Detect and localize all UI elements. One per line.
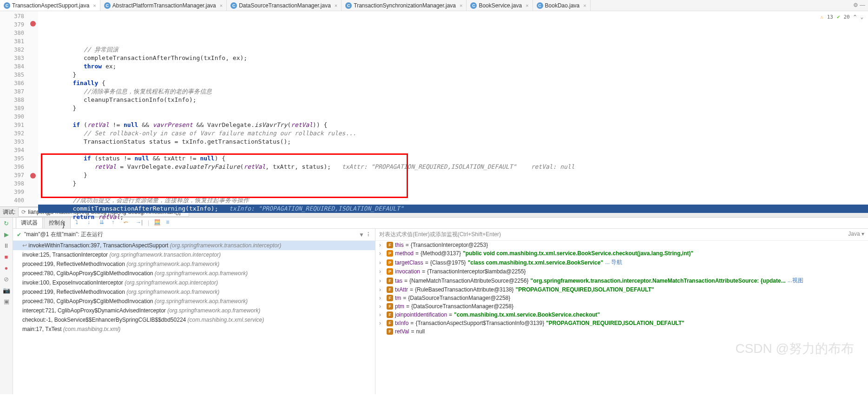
variable-name: this (395, 242, 404, 248)
stack-frame[interactable]: proceed:780, CglibAopProxy$CglibMethodIn… (13, 297, 375, 306)
code-line[interactable]: // Set rollback-only in case of Vavr fai… (38, 129, 868, 138)
debug-label: 调试: (3, 208, 15, 216)
pause-icon[interactable]: ⏸ (3, 242, 10, 249)
variable-row[interactable]: ›P invocation = {TransactionInterceptor$… (375, 267, 868, 276)
tab-label: TransactionSynchronizationManager.java (354, 2, 456, 9)
variable-name: tas (395, 278, 402, 284)
variable-row[interactable]: ›P method = {Method@3137} "public void c… (375, 249, 868, 258)
code-line[interactable] (38, 230, 868, 238)
tab-label: AbstractPlatformTransactionManager.java (112, 2, 216, 9)
code-line[interactable]: completeTransactionAfterThrowing(txInfo,… (38, 54, 868, 62)
chevron-right-icon[interactable]: › (379, 320, 385, 326)
code-line[interactable]: cleanupTransactionInfo(txInfo); (38, 96, 868, 104)
gear-icon[interactable]: ⚙ — (853, 2, 865, 8)
code-line[interactable]: TransactionStatus status = txInfo.getTra… (38, 138, 868, 146)
variable-row[interactable]: ›F txAttr = {RuleBasedTransactionAttribu… (375, 285, 868, 294)
mute-breakpoints-icon[interactable]: ⊘ (3, 275, 10, 283)
code-line[interactable]: throw ex; (38, 62, 868, 71)
variable-row[interactable]: ›F joinpointIdentification = "com.mashib… (375, 311, 868, 319)
variable-kind-icon: F (387, 278, 393, 284)
code-line[interactable]: // 异常回滚 (38, 46, 868, 54)
java-file-icon: C (537, 2, 543, 9)
code-line[interactable]: } (38, 104, 868, 113)
close-icon[interactable]: × (460, 3, 462, 8)
variable-row[interactable]: ›F txInfo = {TransactionAspectSupport$Tr… (375, 319, 868, 327)
variable-value: {NameMatchTransactionAttributeSource@225… (409, 278, 529, 284)
chevron-right-icon[interactable]: › (379, 286, 385, 293)
variable-row[interactable]: ›F ptm = {DataSourceTransactionManager@2… (375, 302, 868, 311)
code-line[interactable] (38, 188, 868, 196)
variable-value: {DataSourceTransactionManager@2258} (408, 295, 510, 301)
stack-frame[interactable]: invoke:100, ExposeInvocationInterceptor … (13, 278, 375, 287)
code-line[interactable]: } (38, 179, 868, 188)
stack-frame[interactable]: checkout:-1, BookService$$EnhancerBySpri… (13, 315, 375, 325)
code-line[interactable] (38, 113, 868, 121)
code-line[interactable]: if (retVal != null && vavrPresent && Vav… (38, 121, 868, 129)
inspection-indicators[interactable]: ⚠13 ✔20 ^⌄ (820, 13, 863, 21)
stack-frame[interactable]: proceed:199, ReflectiveMethodInvocation … (13, 287, 375, 297)
chevron-right-icon[interactable]: › (379, 303, 385, 310)
file-tab[interactable]: CAbstractPlatformTransactionManager.java… (100, 0, 227, 11)
variable-value: {TransactionInterceptor@2253} (411, 242, 488, 248)
chevron-right-icon[interactable]: › (379, 268, 385, 275)
variable-row[interactable]: F retVal = null (375, 327, 868, 336)
chevron-up-icon[interactable]: ^ (854, 13, 857, 21)
close-icon[interactable]: × (526, 3, 528, 8)
file-tab[interactable]: CTransactionAspectSupport.java× (0, 0, 100, 11)
code-line[interactable]: //清除事务信息，恢复线程私有的老的事务信息 (38, 87, 868, 96)
code-line[interactable]: retVal = VavrDelegate.evaluateTryFailure… (38, 163, 868, 171)
variable-kind-icon: P (387, 268, 393, 275)
code-line[interactable]: //成功后提交，会进行资源储量，连接释放，恢复挂起事务等操作 (38, 196, 868, 205)
variable-row[interactable]: ›F tas = {NameMatchTransactionAttributeS… (375, 276, 868, 285)
breakpoint-icon[interactable] (30, 21, 36, 26)
rerun-icon[interactable]: ↻ (3, 219, 10, 227)
variable-string: "public void com.mashibing.tx.xml.servic… (463, 250, 693, 257)
close-icon[interactable]: × (335, 3, 337, 8)
close-icon[interactable]: × (583, 3, 586, 8)
variable-row[interactable]: ›P targetClass = {Class@1975} "class com… (375, 258, 868, 267)
variable-row[interactable]: ›F this = {TransactionInterceptor@2253} (375, 241, 868, 249)
stack-frame[interactable]: invoke:125, TransactionInterceptor (org.… (13, 250, 375, 259)
debug-columns: ✔ "main"@1 在组"main": 正在运行 ▼ ⠇ ↩ invokeWi… (13, 229, 868, 394)
file-tab[interactable]: CBookService.java× (467, 0, 533, 11)
file-tab[interactable]: CTransactionSynchronizationManager.java× (342, 0, 467, 11)
chevron-right-icon[interactable]: › (379, 278, 385, 284)
code-area[interactable]: ⚠13 ✔20 ^⌄ // 异常回滚 completeTransactionAf… (38, 11, 868, 206)
stop-icon[interactable]: ■ (3, 253, 10, 260)
variable-row[interactable]: ›F tm = {DataSourceTransactionManager@22… (375, 294, 868, 302)
stack-frame[interactable]: main:17, TxTest (com.mashibing.tx.xml) (13, 325, 375, 334)
navigate-link[interactable]: ...视图 (788, 277, 803, 285)
run-icon: ⟳ (21, 209, 26, 215)
code-line[interactable] (38, 146, 868, 154)
breakpoint-icon[interactable] (30, 173, 36, 179)
view-breakpoints-icon[interactable]: ● (3, 264, 10, 272)
chevron-down-icon[interactable]: ⌄ (860, 13, 863, 21)
tab-label: TransactionAspectSupport.java (12, 2, 89, 9)
file-tab[interactable]: CDataSourceTransactionManager.java× (227, 0, 342, 11)
code-line[interactable]: return retVal; (38, 213, 868, 221)
code-line[interactable]: finally { (38, 79, 868, 87)
resume-icon[interactable]: ▶ (3, 231, 10, 238)
close-icon[interactable]: × (93, 3, 96, 8)
chevron-right-icon[interactable]: › (379, 259, 385, 266)
code-line[interactable]: } (38, 221, 868, 230)
stack-frame[interactable]: ↩ invokeWithinTransaction:397, Transacti… (13, 241, 375, 250)
code-line[interactable]: } (38, 171, 868, 179)
navigate-link[interactable]: ... 导航 (605, 258, 622, 266)
stack-frame[interactable]: proceed:780, CglibAopProxy$CglibMethodIn… (13, 269, 375, 278)
settings-icon[interactable]: ▣ (3, 298, 10, 305)
code-line[interactable]: commitTransactionAfterReturning(txInfo);… (38, 205, 868, 213)
camera-icon[interactable]: 📷 (3, 286, 10, 294)
variable-name: retVal (395, 328, 409, 335)
close-icon[interactable]: × (220, 3, 223, 8)
stack-frame[interactable]: proceed:199, ReflectiveMethodInvocation … (13, 259, 375, 269)
chevron-right-icon[interactable]: › (379, 250, 385, 257)
code-line[interactable]: if (status != null && txAttr != null) { (38, 154, 868, 163)
chevron-right-icon[interactable]: › (379, 295, 385, 301)
chevron-right-icon[interactable]: › (379, 311, 385, 318)
file-tab[interactable]: CBookDao.java× (533, 0, 591, 11)
chevron-right-icon[interactable]: › (379, 242, 385, 248)
code-line[interactable]: } (38, 71, 868, 79)
variable-value: {Method@3137} (421, 250, 461, 257)
stack-frame[interactable]: intercept:721, CglibAopProxy$DynamicAdvi… (13, 306, 375, 315)
